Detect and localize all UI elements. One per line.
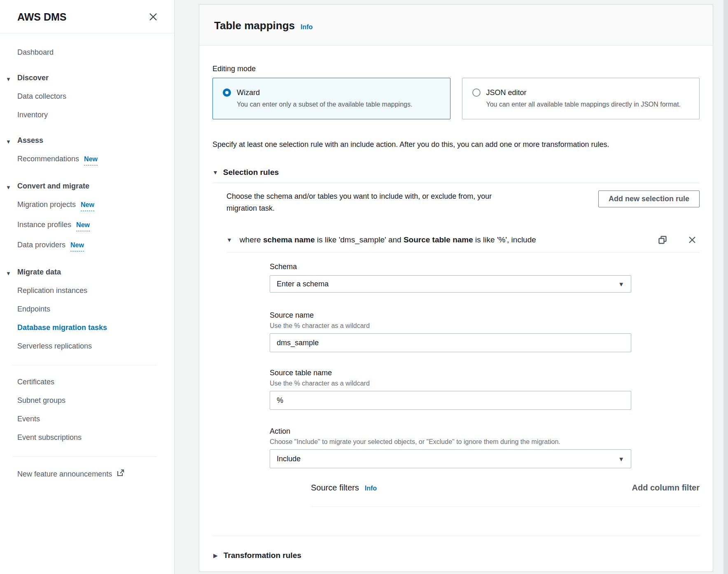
selection-rules-title: Selection rules — [223, 168, 279, 177]
source-table-name-input[interactable] — [270, 391, 631, 410]
info-link[interactable]: Info — [301, 23, 313, 31]
option-description: You can enter only a subset of the avail… — [237, 100, 412, 109]
card-header: Table mappings Info — [199, 5, 713, 46]
radio-unselected-icon — [472, 88, 481, 97]
close-icon — [148, 17, 159, 23]
chevron-right-icon: ▶ — [213, 552, 218, 559]
divider — [226, 252, 700, 253]
transformation-rules-title: Transformation rules — [224, 551, 301, 560]
sidebar-divider — [12, 365, 157, 365]
sidebar-section-migrate-data[interactable]: ▼ Migrate data — [17, 267, 162, 277]
radio-selected-icon — [223, 88, 231, 97]
schema-label: Schema — [270, 262, 631, 272]
source-filters-block: Source filters Info Add column filter — [311, 483, 700, 507]
sidebar-item-event-subscriptions[interactable]: Event subscriptions — [17, 432, 162, 442]
option-description: You can enter all available table mappin… — [486, 100, 681, 109]
sidebar-item-events[interactable]: Events — [17, 414, 162, 424]
add-new-selection-rule-button[interactable]: Add new selection rule — [598, 191, 700, 207]
new-badge[interactable]: New — [76, 220, 90, 231]
chevron-down-icon: ▼ — [6, 137, 11, 147]
editing-mode-tiles: Wizard You can enter only a subset of th… — [212, 78, 700, 119]
card-body: Editing mode Wizard You can enter only a… — [199, 46, 713, 560]
selection-rules-expander[interactable]: ▼ Selection rules — [212, 168, 700, 177]
table-mappings-card: Table mappings Info Editing mode Wizard … — [199, 4, 713, 572]
rule-sentence: where schema name is like 'dms_sample' a… — [240, 235, 657, 244]
scrollbar[interactable] — [723, 0, 728, 574]
info-link[interactable]: Info — [365, 485, 377, 492]
sidebar-item-new-feature-announcements[interactable]: New feature announcements — [17, 468, 162, 480]
sidebar-item-endpoints[interactable]: Endpoints — [17, 304, 162, 314]
sidebar-item-serverless-replications[interactable]: Serverless replications — [17, 341, 162, 351]
page-title: Table mappings — [214, 19, 295, 32]
schema-select[interactable]: Enter a schema ▼ — [270, 275, 631, 293]
chevron-down-icon: ▼ — [618, 455, 624, 462]
action-label: Action — [270, 426, 631, 436]
sidebar-section-assess[interactable]: ▼ Assess — [17, 135, 162, 145]
sidebar-close-button[interactable] — [147, 11, 159, 23]
add-column-filter-button[interactable]: Add column filter — [632, 483, 700, 493]
source-table-name-label: Source table name — [270, 368, 631, 378]
option-title: JSON editor — [486, 88, 681, 98]
editing-mode-option-wizard[interactable]: Wizard You can enter only a subset of th… — [212, 78, 450, 119]
sidebar-item-subnet-groups[interactable]: Subnet groups — [17, 395, 162, 405]
sidebar-header: AWS DMS — [0, 0, 174, 33]
selection-rules-description: Choose the schema and/or tables you want… — [226, 191, 515, 214]
new-badge[interactable]: New — [81, 200, 94, 211]
copy-icon — [658, 240, 667, 246]
sidebar: AWS DMS Dashboard ▼ Discover Data collec… — [0, 0, 175, 574]
sidebar-item-database-migration-tasks[interactable]: Database migration tasks — [17, 323, 162, 332]
action-hint: Choose "Include" to migrate your selecte… — [270, 438, 631, 446]
source-table-name-hint: Use the % character as a wildcard — [270, 380, 631, 387]
remove-rule-button[interactable] — [686, 234, 698, 246]
sidebar-divider — [12, 456, 157, 457]
source-name-input[interactable] — [270, 333, 631, 352]
sidebar-item-migration-projects[interactable]: Migration projects New — [17, 200, 162, 211]
sidebar-item-recommendations[interactable]: Recommendations New — [17, 154, 162, 165]
sidebar-title: AWS DMS — [17, 11, 66, 23]
new-badge[interactable]: New — [70, 240, 84, 251]
sidebar-item-replication-instances[interactable]: Replication instances — [17, 286, 162, 295]
sidebar-item-data-providers[interactable]: Data providers New — [17, 240, 162, 251]
sidebar-item-instance-profiles[interactable]: Instance profiles New — [17, 220, 162, 231]
close-icon — [687, 240, 697, 246]
content-area: Table mappings Info Editing mode Wizard … — [175, 0, 728, 574]
sidebar-nav: Dashboard ▼ Discover Data collectors Inv… — [0, 33, 174, 480]
sidebar-item-dashboard[interactable]: Dashboard — [17, 47, 162, 57]
source-filters-title: Source filters — [311, 483, 359, 493]
selection-rules-content: Choose the schema and/or tables you want… — [212, 191, 700, 507]
app-root: AWS DMS Dashboard ▼ Discover Data collec… — [0, 0, 728, 574]
sidebar-item-data-collectors[interactable]: Data collectors — [17, 91, 162, 101]
divider — [212, 536, 700, 536]
chevron-down-icon[interactable]: ▼ — [226, 237, 232, 243]
editing-mode-option-json-editor[interactable]: JSON editor You can enter all available … — [462, 78, 700, 119]
rule-form: Schema Enter a schema ▼ Source name Use … — [270, 262, 631, 468]
sidebar-section-convert-and-migrate[interactable]: ▼ Convert and migrate — [17, 181, 162, 191]
chevron-down-icon: ▼ — [6, 74, 11, 84]
rule-header: ▼ where schema name is like 'dms_sample'… — [226, 234, 700, 246]
option-title: Wizard — [237, 88, 412, 98]
duplicate-rule-button[interactable] — [657, 234, 668, 246]
transformation-rules-expander[interactable]: ▶ Transformation rules — [213, 551, 700, 560]
action-select[interactable]: Include ▼ — [270, 449, 631, 468]
chevron-down-icon: ▼ — [212, 169, 218, 176]
new-badge[interactable]: New — [84, 154, 98, 165]
chevron-down-icon: ▼ — [6, 269, 11, 279]
sidebar-item-inventory[interactable]: Inventory — [17, 110, 162, 120]
sidebar-section-discover[interactable]: ▼ Discover — [17, 73, 162, 83]
chevron-down-icon: ▼ — [618, 281, 624, 288]
source-name-label: Source name — [270, 310, 631, 320]
sidebar-item-certificates[interactable]: Certificates — [17, 377, 162, 387]
external-link-icon — [116, 468, 125, 480]
chevron-down-icon: ▼ — [6, 183, 11, 193]
source-name-hint: Use the % character as a wildcard — [270, 322, 631, 330]
editing-mode-label: Editing mode — [212, 64, 700, 74]
divider — [212, 183, 700, 183]
divider — [311, 507, 700, 507]
instruction-text: Specify at least one selection rule with… — [212, 139, 700, 150]
